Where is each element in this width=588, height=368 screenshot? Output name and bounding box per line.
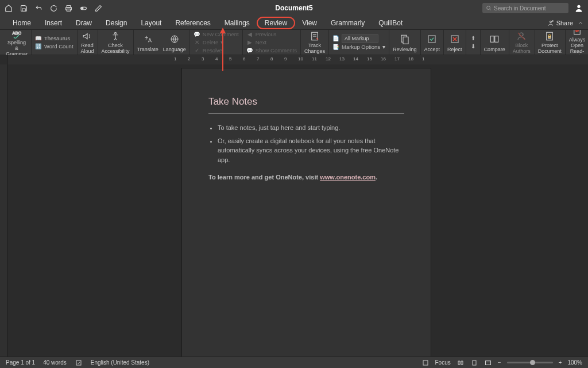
accept-button[interactable]: Accept: [421, 30, 444, 55]
translate-button[interactable]: Translate: [137, 31, 158, 53]
reviewing-button[interactable]: Reviewing: [389, 30, 421, 55]
list-item[interactable]: To take notes, just tap here and start t…: [218, 123, 404, 133]
always-readonly-button[interactable]: Always Open Read-Only: [566, 30, 588, 55]
redo-icon[interactable]: [49, 4, 57, 12]
svg-point-7: [550, 21, 551, 22]
read-mode-icon[interactable]: [457, 359, 465, 367]
svg-rect-33: [76, 361, 81, 365]
markup-group: 📄 📑Markup Options ▾: [329, 30, 389, 55]
tab-references[interactable]: References: [168, 17, 217, 29]
prev-change-button[interactable]: ⬆: [470, 35, 477, 42]
search-placeholder: Search in Document: [494, 5, 546, 12]
resolve-button[interactable]: ✓Resolve: [194, 47, 239, 54]
tab-layout[interactable]: Layout: [134, 17, 168, 29]
collapse-ribbon-icon[interactable]: [578, 20, 583, 26]
check-accessibility-button[interactable]: Check Accessibility: [98, 30, 134, 55]
block-icon: [516, 31, 527, 41]
markup-display-select[interactable]: 📄: [332, 34, 385, 43]
reject-button[interactable]: Reject: [444, 30, 466, 55]
document-page[interactable]: Take Notes To take notes, just tap here …: [181, 68, 431, 359]
quick-access-toolbar: [5, 4, 102, 12]
language-group: Translate Language: [134, 30, 190, 55]
horizontal-ruler[interactable]: 1234567891011121314151617181: [0, 55, 588, 64]
tab-design[interactable]: Design: [99, 17, 134, 29]
zoom-in-button[interactable]: +: [559, 359, 562, 366]
zoom-level[interactable]: 100%: [567, 359, 582, 366]
onenote-link[interactable]: www.onenote.com: [320, 174, 376, 181]
translate-icon: [142, 33, 153, 45]
list-item[interactable]: Or, easily create a digital notebook for…: [218, 136, 404, 165]
svg-point-6: [577, 5, 580, 8]
zoom-out-button[interactable]: −: [498, 359, 501, 366]
focus-icon[interactable]: [421, 359, 430, 367]
protect-document-button[interactable]: Protect Document: [535, 30, 566, 55]
language-indicator[interactable]: English (United States): [91, 359, 149, 366]
spellcheck-status-icon[interactable]: [75, 359, 83, 367]
svg-rect-36: [485, 361, 490, 365]
home-icon[interactable]: [5, 4, 13, 12]
delete-icon: ✕: [194, 39, 200, 46]
svg-point-3: [81, 7, 83, 9]
save-icon[interactable]: [20, 4, 28, 12]
tab-home[interactable]: Home: [6, 17, 38, 29]
read-aloud-button[interactable]: Read Aloud: [78, 30, 98, 55]
comments-group-b: ◀Previous ▶Next 💬Show Comments: [243, 30, 301, 55]
delete-comment-button[interactable]: ✕Delete ▾: [194, 39, 239, 46]
undo-icon[interactable]: [34, 4, 42, 12]
count-icon: 🔢: [35, 43, 42, 50]
zoom-slider[interactable]: [507, 362, 553, 363]
status-bar: Page 1 of 1 40 words English (United Sta…: [0, 356, 588, 368]
language-button[interactable]: Language: [163, 31, 186, 53]
search-input[interactable]: Search in Document: [482, 3, 568, 13]
tab-quillbot[interactable]: QuillBot: [372, 17, 409, 29]
heading[interactable]: Take Notes: [208, 96, 404, 108]
search-icon: [486, 5, 492, 11]
ribbon-tabs: Home Insert Draw Design Layout Reference…: [0, 16, 588, 30]
compare-button[interactable]: Compare: [481, 30, 509, 55]
spelling-button[interactable]: ABC Spelling & Grammar: [2, 30, 32, 55]
prev-icon: ◀: [246, 31, 253, 38]
next-change-button[interactable]: ⬇: [470, 43, 477, 50]
markup-value[interactable]: [342, 34, 378, 43]
accessibility-icon: [110, 31, 121, 41]
tab-draw[interactable]: Draw: [69, 17, 99, 29]
user-icon[interactable]: [574, 3, 583, 13]
thesaurus-button[interactable]: 📖Thesaurus: [35, 35, 74, 42]
document-title: Document5: [275, 4, 312, 12]
word-count-indicator[interactable]: 40 words: [43, 359, 67, 366]
toggle-icon[interactable]: [79, 4, 87, 12]
track-changes-button[interactable]: Track Changes: [301, 30, 329, 55]
print-icon[interactable]: [64, 4, 72, 12]
focus-label[interactable]: Focus: [435, 359, 451, 366]
comments-group-a: 💬New Comment ✕Delete ▾ ✓Resolve: [190, 30, 243, 55]
tab-mailings[interactable]: Mailings: [218, 17, 257, 29]
svg-rect-35: [473, 361, 476, 365]
svg-rect-21: [490, 36, 494, 42]
word-count-button[interactable]: 🔢Word Count: [35, 43, 74, 50]
previous-comment-button[interactable]: ◀Previous: [246, 31, 297, 38]
bullet-list[interactable]: To take notes, just tap here and start t…: [208, 123, 404, 164]
proofing-group: 📖Thesaurus 🔢Word Count: [32, 30, 78, 55]
comments-icon: 💬: [246, 47, 253, 54]
tab-review[interactable]: Review: [257, 17, 295, 29]
page-indicator[interactable]: Page 1 of 1: [6, 359, 35, 366]
web-layout-icon[interactable]: [484, 359, 492, 367]
show-comments-button[interactable]: 💬Show Comments: [246, 47, 297, 54]
tab-grammarly[interactable]: Grammarly: [324, 17, 372, 29]
edit-icon[interactable]: [94, 4, 102, 12]
compare-icon: [489, 33, 500, 45]
learn-more-text[interactable]: To learn more and get OneNote, visit www…: [208, 174, 404, 181]
tab-view[interactable]: View: [295, 17, 324, 29]
print-layout-icon[interactable]: [470, 359, 478, 367]
document-canvas[interactable]: Take Notes To take notes, just tap here …: [7, 64, 588, 359]
next-comment-button[interactable]: ▶Next: [246, 39, 297, 46]
svg-point-4: [487, 6, 490, 10]
block-authors-button[interactable]: Block Authors: [509, 30, 535, 55]
next-icon: ▶: [246, 39, 253, 46]
vertical-ruler[interactable]: [0, 64, 7, 359]
markup-options-button[interactable]: 📑Markup Options ▾: [332, 44, 385, 51]
share-button[interactable]: Share: [547, 20, 573, 26]
tab-insert[interactable]: Insert: [38, 17, 69, 29]
zoom-thumb[interactable]: [530, 360, 535, 365]
new-comment-button[interactable]: 💬New Comment: [194, 31, 239, 38]
